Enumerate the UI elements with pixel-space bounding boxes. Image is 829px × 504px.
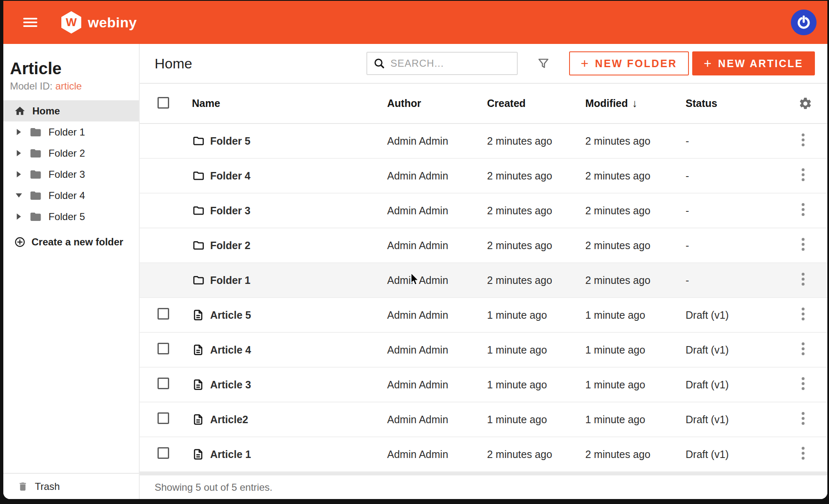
row-status: Draft (v1) [686, 379, 795, 391]
kebab-menu-icon[interactable] [798, 165, 808, 185]
menu-icon[interactable] [23, 16, 37, 29]
row-status: Draft (v1) [686, 309, 795, 321]
trash-icon [17, 481, 28, 492]
sidebar-item-folder-5[interactable]: Folder 5 [3, 206, 139, 227]
sidebar-item-folder-1[interactable]: Folder 1 [3, 121, 139, 143]
row-name: Folder 5 [208, 135, 387, 147]
create-folder-button[interactable]: Create a new folder [3, 231, 139, 252]
row-checkbox[interactable] [158, 378, 169, 389]
list-footer: Showing 5 out of 5 entries. [140, 475, 827, 499]
folder-icon [29, 168, 42, 181]
row-created: 2 minutes ago [487, 205, 585, 217]
folder-label: Folder 4 [48, 190, 85, 201]
body: Article Model ID: article Home [3, 44, 827, 499]
row-name: Folder 4 [208, 170, 387, 182]
search-icon [373, 57, 385, 70]
content-header: Home + NEW [140, 44, 827, 84]
table-settings-button[interactable] [795, 97, 812, 111]
row-checkbox[interactable] [158, 447, 169, 459]
new-article-button[interactable]: + NEW ARTICLE [692, 51, 815, 75]
plus-icon: + [704, 56, 712, 71]
column-header-modified[interactable]: Modified↓ [585, 97, 686, 110]
row-status: - [686, 170, 795, 182]
table-row[interactable]: Folder 5 Admin Admin 2 minutes ago 2 min… [140, 124, 827, 159]
webiny-logo: W webiny [61, 11, 137, 34]
model-title: Article [10, 59, 132, 78]
row-created: 2 minutes ago [487, 448, 585, 460]
entries-summary: Showing 5 out of 5 entries. [155, 482, 272, 493]
kebab-menu-icon[interactable] [798, 234, 808, 254]
kebab-menu-icon[interactable] [798, 339, 808, 359]
kebab-menu-icon[interactable] [798, 304, 808, 324]
table-row[interactable]: Article 5 Admin Admin 1 minute ago 1 min… [140, 298, 827, 333]
model-id: Model ID: article [10, 80, 132, 92]
chevron-down-icon[interactable] [16, 193, 22, 198]
filter-button[interactable] [537, 57, 550, 70]
table-row[interactable]: Article 3 Admin Admin 1 minute ago 1 min… [140, 368, 827, 402]
sidebar-item-folder-4[interactable]: Folder 4 [3, 185, 139, 206]
search-input[interactable] [390, 58, 511, 69]
kebab-menu-icon[interactable] [798, 408, 808, 429]
kebab-menu-icon[interactable] [798, 373, 808, 394]
gear-icon [798, 97, 812, 111]
sidebar-item-label: Home [32, 105, 60, 117]
kebab-menu-icon[interactable] [798, 269, 808, 289]
table-row[interactable]: Article2 Admin Admin 1 minute ago 1 minu… [140, 402, 827, 437]
row-status: Draft (v1) [686, 414, 795, 426]
chevron-right-icon[interactable] [16, 150, 22, 156]
table-row[interactable]: Article 1 Admin Admin 2 minutes ago 2 mi… [140, 437, 827, 472]
webiny-logo-hexagon-icon: W [61, 11, 81, 34]
folder-icon [192, 274, 205, 286]
table-row[interactable]: Folder 1 Admin Admin 2 minutes ago 2 min… [140, 263, 827, 298]
column-header-created[interactable]: Created [487, 97, 585, 109]
table-row[interactable]: Folder 2 Admin Admin 2 minutes ago 2 min… [140, 228, 827, 263]
table-row[interactable]: Folder 3 Admin Admin 2 minutes ago 2 min… [140, 194, 827, 228]
user-avatar[interactable] [791, 10, 817, 35]
sidebar-item-trash[interactable]: Trash [3, 473, 139, 499]
row-created: 2 minutes ago [487, 135, 585, 147]
table-row[interactable]: Article 4 Admin Admin 1 minute ago 1 min… [140, 333, 827, 368]
select-all-checkbox[interactable] [158, 97, 169, 109]
kebab-menu-icon[interactable] [798, 130, 808, 150]
row-checkbox[interactable] [158, 308, 169, 320]
document-icon [192, 413, 204, 426]
sidebar-item-folder-2[interactable]: Folder 2 [3, 143, 139, 164]
row-author: Admin Admin [387, 448, 487, 460]
row-modified: 1 minute ago [585, 344, 686, 356]
model-id-value: article [55, 80, 82, 92]
sidebar-item-folder-3[interactable]: Folder 3 [3, 164, 139, 185]
row-author: Admin Admin [387, 309, 487, 321]
folder-label: Folder 2 [48, 148, 85, 159]
row-checkbox[interactable] [158, 412, 169, 424]
row-status: - [686, 205, 795, 217]
new-folder-button[interactable]: + NEW FOLDER [569, 51, 689, 75]
row-author: Admin Admin [387, 344, 487, 356]
app-window: W webiny Article Model ID: article [3, 1, 827, 499]
folder-label: Folder 5 [48, 211, 85, 223]
circle-plus-icon [14, 236, 26, 248]
row-modified: 2 minutes ago [585, 170, 686, 182]
column-header-author[interactable]: Author [387, 97, 487, 109]
row-checkbox[interactable] [158, 343, 169, 354]
new-folder-label: NEW FOLDER [595, 58, 677, 70]
sidebar-item-home[interactable]: Home [3, 100, 139, 121]
chevron-right-icon[interactable] [16, 171, 22, 177]
home-icon [14, 105, 26, 117]
brand-name: webiny [88, 15, 137, 31]
kebab-menu-icon[interactable] [798, 443, 808, 463]
folder-icon [192, 239, 205, 252]
table-header: Name Author Created Modified↓ Status [140, 84, 827, 124]
row-modified: 1 minute ago [585, 309, 686, 321]
column-header-name[interactable]: Name [184, 97, 387, 109]
row-modified: 2 minutes ago [585, 135, 686, 147]
column-header-status[interactable]: Status [686, 97, 795, 109]
folder-label: Folder 3 [48, 169, 85, 180]
app-bar: W webiny [3, 1, 827, 44]
chevron-right-icon[interactable] [16, 129, 22, 135]
row-author: Admin Admin [387, 240, 487, 252]
sidebar: Article Model ID: article Home [3, 44, 140, 499]
row-status: Draft (v1) [686, 448, 795, 460]
table-row[interactable]: Folder 4 Admin Admin 2 minutes ago 2 min… [140, 159, 827, 194]
kebab-menu-icon[interactable] [798, 199, 808, 220]
chevron-right-icon[interactable] [16, 213, 22, 220]
